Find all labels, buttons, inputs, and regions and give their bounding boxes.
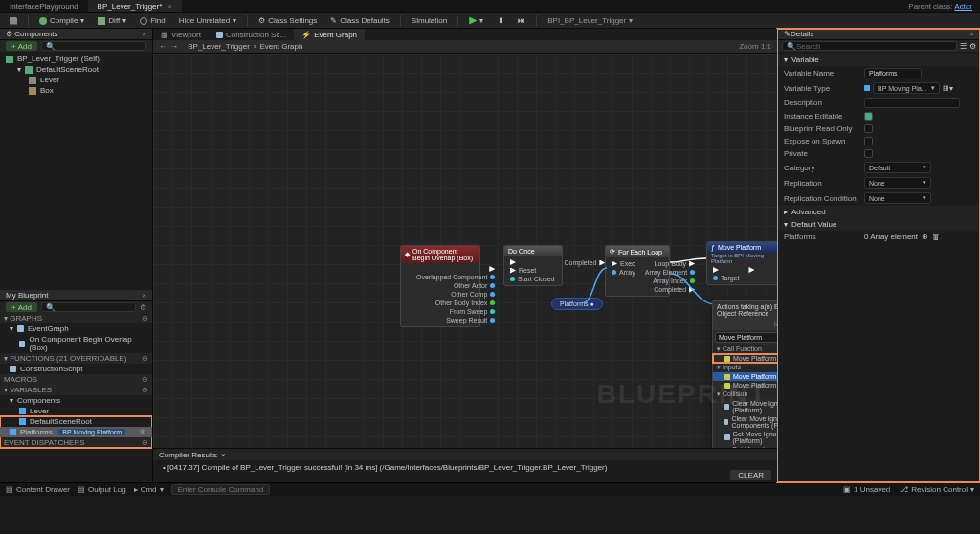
context-sensitive-toggle[interactable]: ☑ Context Sensitive: [774, 321, 777, 328]
map-tab[interactable]: InterfacePlayground: [0, 0, 88, 12]
add-component-button[interactable]: + Add: [6, 41, 37, 51]
unsaved-indicator[interactable]: ▣ 1 Unsaved: [843, 485, 890, 494]
console-input[interactable]: Enter Console Command: [171, 484, 271, 495]
lever-component-row[interactable]: Lever: [0, 75, 152, 85]
close-icon[interactable]: ×: [969, 30, 974, 38]
exec-pin[interactable]: [689, 287, 695, 293]
gear-icon[interactable]: ⚙: [969, 42, 976, 51]
add-new-button[interactable]: + Add: [6, 302, 37, 312]
pin[interactable]: [690, 278, 695, 283]
details-tab[interactable]: ✎ Details ×: [778, 29, 980, 40]
exec-pin[interactable]: [748, 267, 754, 273]
class-defaults-button[interactable]: ✎ Class Defaults: [324, 14, 395, 28]
components-var-cat[interactable]: ▾ Components: [0, 395, 152, 406]
save-button[interactable]: [4, 14, 23, 28]
output-log-button[interactable]: ▤ Output Log: [78, 485, 126, 494]
pin[interactable]: [490, 292, 495, 297]
exec-pin[interactable]: [713, 267, 719, 273]
expose-spawn-checkbox[interactable]: [864, 137, 873, 145]
construction-script-item[interactable]: ConstructionScript: [0, 364, 152, 374]
description-input[interactable]: [864, 98, 960, 108]
context-search-input[interactable]: [715, 332, 777, 343]
crumb-bp[interactable]: BP_Lever_Trigger: [188, 42, 250, 51]
pin[interactable]: [490, 309, 495, 314]
pause-button[interactable]: ⏸: [491, 14, 510, 28]
section-advanced[interactable]: ▸ Advanced: [778, 206, 980, 218]
exec-pin[interactable]: [510, 268, 516, 274]
graph-canvas[interactable]: ◆ On Component Begin Overlap (Box) Overl…: [153, 54, 777, 448]
ctx-item-col4[interactable]: Get Move Ignore Components (Platform): [713, 445, 777, 448]
graphs-section[interactable]: ▾ GRAPHS⊕: [0, 313, 152, 323]
node-foreach[interactable]: ⟳ For Each Loop Exec Array Loop Body Arr…: [605, 245, 670, 297]
section-variable[interactable]: ▾ Variable: [778, 54, 980, 66]
add-icon[interactable]: ⊕: [142, 438, 148, 447]
readonly-checkbox[interactable]: [864, 124, 873, 133]
nav-fwd[interactable]: →: [170, 42, 178, 51]
debug-target-select[interactable]: BPI_BP_Lever_Trigger ▾: [542, 14, 638, 28]
ctx-item-move-platform[interactable]: Move Platform: [713, 354, 777, 363]
find-button[interactable]: Find: [134, 14, 171, 28]
compile-button[interactable]: Compile ▾: [33, 14, 90, 28]
my-blueprint-search[interactable]: 🔍: [41, 302, 136, 312]
private-checkbox[interactable]: [864, 149, 873, 158]
macros-section[interactable]: MACROS⊕: [0, 374, 152, 385]
viewport-tab[interactable]: ▦ Viewport: [153, 29, 209, 40]
play-button[interactable]: ▾: [463, 14, 489, 28]
instance-editable-checkbox[interactable]: [864, 112, 873, 121]
step-button[interactable]: ⏭: [512, 14, 531, 28]
ctx-item-col3[interactable]: Get Move Ignore Actors (Platform): [713, 430, 777, 445]
content-drawer-button[interactable]: ▤ Content Drawer: [6, 485, 70, 494]
node-var-platforms[interactable]: Platforms ●: [551, 298, 603, 310]
revision-control-button[interactable]: ⎇ Revision Control ▾: [900, 485, 974, 494]
replication-select[interactable]: None▾: [864, 177, 931, 189]
construction-tab[interactable]: Construction Sc...: [209, 29, 294, 40]
blueprint-tab[interactable]: BP_Lever_Trigger* ×: [88, 0, 182, 12]
add-icon[interactable]: ⊕: [142, 314, 148, 323]
self-row[interactable]: BP_Lever_Trigger (Self): [0, 54, 152, 64]
nav-back[interactable]: ←: [159, 42, 167, 51]
container-icon[interactable]: ⊞▾: [943, 84, 953, 93]
pin[interactable]: [490, 283, 495, 288]
exec-pin[interactable]: [612, 261, 617, 267]
pin[interactable]: [490, 300, 495, 305]
rep-condition-select[interactable]: None▾: [864, 192, 931, 204]
exec-pin[interactable]: [489, 266, 495, 272]
details-search-input[interactable]: 🔍 Search: [782, 41, 957, 51]
box-component-row[interactable]: Box: [0, 85, 152, 96]
event-graph-tab[interactable]: ⚡ Event Graph: [294, 29, 365, 40]
add-icon[interactable]: ⊕: [142, 354, 148, 363]
event-graph-item[interactable]: ▾ EventGraph: [0, 323, 152, 334]
pin[interactable]: [490, 275, 495, 279]
close-icon[interactable]: ×: [142, 291, 146, 300]
variable-name-input[interactable]: [864, 68, 922, 78]
hide-unrelated-button[interactable]: Hide Unrelated ▾: [173, 14, 242, 28]
close-icon[interactable]: ×: [142, 30, 146, 38]
crumb-graph[interactable]: Event Graph: [260, 42, 303, 51]
filter-icon[interactable]: ☰: [960, 42, 967, 51]
var-default-scene[interactable]: DefaultSceneRoot: [0, 416, 152, 427]
variable-type-select[interactable]: BP Moving Pla...▾: [873, 82, 940, 94]
clear-array-icon[interactable]: 🗑: [932, 233, 940, 241]
pin[interactable]: [490, 318, 495, 323]
clear-button[interactable]: CLEAR: [730, 470, 771, 480]
components-tab[interactable]: ⚙ Components ×: [0, 29, 152, 40]
event-dispatchers-section[interactable]: EVENT DISPATCHERS⊕: [0, 437, 152, 448]
variables-section[interactable]: ▾ VARIABLES⊕: [0, 385, 152, 395]
close-icon[interactable]: ×: [167, 2, 172, 11]
gear-icon[interactable]: ⚙: [140, 303, 146, 312]
components-search[interactable]: 🔍: [41, 41, 146, 51]
compiler-results-tab[interactable]: Compiler Results ×: [153, 449, 777, 460]
ctx-cat-inputs[interactable]: ▾ Inputs: [713, 363, 777, 372]
pin[interactable]: [690, 270, 695, 275]
event-overlap-item[interactable]: On Component Begin Overlap (Box): [0, 334, 152, 353]
simulation-button[interactable]: Simulation: [406, 14, 453, 28]
category-select[interactable]: Default▾: [864, 162, 931, 173]
close-icon[interactable]: ×: [221, 451, 226, 459]
my-blueprint-tab[interactable]: My Blueprint ×: [0, 290, 152, 301]
pin[interactable]: [612, 270, 616, 275]
pin[interactable]: [713, 276, 718, 280]
add-array-element-icon[interactable]: ⊕: [922, 233, 928, 241]
exec-pin[interactable]: [510, 259, 516, 265]
diff-button[interactable]: Diff ▾: [92, 14, 132, 28]
ctx-cat-callfunction[interactable]: ▾ Call Function: [713, 345, 777, 354]
